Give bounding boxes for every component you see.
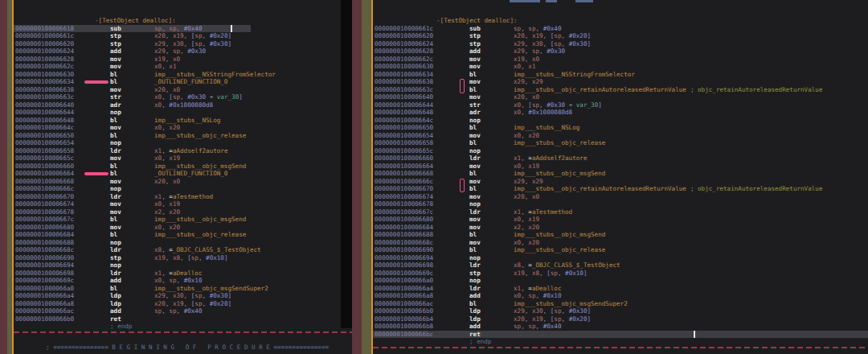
asm-row[interactable]: 00000001000066a4ldrx1, =aDealloc; "deall… bbox=[373, 285, 868, 293]
asm-row[interactable]: 0000000100006634blimp___stubs__NSStringF… bbox=[373, 71, 868, 79]
address: 0000000100006624 bbox=[373, 40, 469, 48]
mnemonic: mov bbox=[469, 56, 514, 64]
asm-row[interactable]: 000000010000666cnop bbox=[14, 185, 352, 193]
asm-row[interactable]: 000000010000662cmovx19, x0 bbox=[373, 56, 868, 64]
asm-row[interactable]: 00000001000066a4ldpx29, x30, [sp, #0x30] bbox=[14, 292, 352, 300]
asm-row[interactable]: 0000000100006658ldrx1, =aAddself2autore bbox=[14, 147, 352, 155]
address: 0000000100006698 bbox=[373, 261, 469, 270]
asm-row[interactable]: 0000000100006630movx0, x1 bbox=[373, 63, 868, 71]
asm-row[interactable]: 00000001000066b8addsp, sp, #0x40 bbox=[373, 323, 868, 331]
asm-row[interactable]: 0000000100006690stpx19, x8, [sp, #0x10] bbox=[14, 254, 352, 262]
asm-row[interactable]: 00000001000066b0ldpx29, x30, [sp, #0x30] bbox=[373, 307, 868, 315]
code-view[interactable]: -[TestObject dealloc]: 0000000100006618s… bbox=[14, 0, 352, 354]
asm-row[interactable]: 000000010000665cmovx0, x19 bbox=[14, 154, 352, 163]
asm-row[interactable]: 0000000100006648blimp___stubs__NSLog bbox=[14, 117, 352, 125]
asm-row[interactable]: 0000000100006638movx29, x29 bbox=[373, 78, 868, 86]
asm-row[interactable]: 00000001000066b4ldpx20, x19, [sp, #0x20] bbox=[373, 315, 868, 323]
asm-row[interactable]: 0000000100006694nop bbox=[14, 261, 352, 270]
asm-row[interactable]: 0000000100006694nop bbox=[373, 254, 868, 262]
asm-row[interactable]: 0000000100006698ldrx1, =aDealloc bbox=[14, 270, 352, 278]
asm-row[interactable]: 0000000100006670blimp___stubs__objc_reta… bbox=[373, 185, 868, 193]
panel-edge bbox=[341, 0, 352, 328]
address: 0000000100006674 bbox=[373, 193, 469, 201]
asm-row[interactable]: 000000010000663cblimp___stubs__objc_reta… bbox=[373, 86, 868, 94]
asm-row[interactable]: 0000000100006684blimp___stubs__objc_rele… bbox=[14, 231, 352, 239]
asm-row[interactable]: 00000001000066a0nop bbox=[373, 277, 868, 285]
endp-label: ; endp bbox=[14, 323, 352, 331]
asm-row[interactable]: 0000000100006654nop bbox=[14, 139, 352, 147]
asm-row[interactable]: 000000010000661cstpx20, x19, [sp, #0x20] bbox=[14, 32, 352, 40]
asm-row[interactable]: 0000000100006650blimp___stubs__objc_rele… bbox=[14, 132, 352, 140]
asm-row[interactable]: 00000001000066acaddsp, sp, #0x40 bbox=[14, 307, 352, 315]
asm-row[interactable]: 0000000100006644strx0, [sp, #0x30 + var_… bbox=[373, 101, 868, 109]
asm-row[interactable]: 00000001000066a0blimp___stubs__objc_msgS… bbox=[14, 285, 352, 293]
asm-row[interactable]: 0000000100006674movx0, x19 bbox=[14, 200, 352, 208]
mnemonic: sub bbox=[110, 25, 154, 33]
asm-row[interactable]: 000000010000668cmovx0, x20 bbox=[373, 239, 868, 247]
asm-row[interactable]: 0000000100006664bl_OUTLINED_FUNCTION_0 bbox=[14, 170, 352, 178]
asm-row[interactable]: 000000010000664cnop bbox=[373, 117, 868, 125]
code-view[interactable]: -[TestObject dealloc]: 000000010000661cs… bbox=[373, 0, 868, 354]
asm-row[interactable]: 0000000100006688nop bbox=[14, 239, 352, 247]
mnemonic: bl bbox=[469, 170, 514, 178]
mnemonic: stp bbox=[110, 40, 154, 48]
asm-row[interactable]: 000000010000667cldrx1, =aTestmethod; "te… bbox=[373, 208, 868, 216]
asm-row[interactable]: 0000000100006698ldrx8, =_OBJC_CLASS_$_Te… bbox=[373, 261, 868, 270]
asm-row[interactable]: 0000000100006654movx0, x20 bbox=[373, 132, 868, 140]
asm-row[interactable]: 000000010000665cnop bbox=[373, 147, 868, 155]
asm-row[interactable]: 0000000100006630blimp___stubs__NSStringF… bbox=[14, 71, 352, 79]
asm-row[interactable]: 0000000100006678movx2, x20 bbox=[14, 208, 352, 216]
asm-row[interactable]: 000000010000664cmovx0, x20 bbox=[14, 124, 352, 132]
asm-row[interactable]: 0000000100006620stpx29, x30, [sp, #0x30] bbox=[14, 40, 352, 48]
address: 0000000100006684 bbox=[373, 224, 469, 232]
asm-row[interactable]: 0000000100006668movx20, x0 bbox=[14, 178, 352, 186]
mnemonic: nop bbox=[110, 185, 154, 193]
asm-row[interactable]: 0000000100006638movx20, x0 bbox=[14, 86, 352, 94]
asm-row[interactable]: 000000010000662cmovx0, x1 bbox=[14, 63, 352, 71]
asm-row[interactable]: 0000000100006678nop bbox=[373, 200, 868, 208]
asm-row[interactable]: 0000000100006644nop bbox=[14, 109, 352, 117]
asm-row[interactable]: 00000001000066b0ret bbox=[14, 315, 352, 323]
asm-row[interactable]: 0000000100006684movx2, x20 bbox=[373, 224, 868, 232]
asm-row[interactable]: 0000000100006640adrx0, #0x1000080d8 bbox=[14, 101, 352, 109]
asm-row[interactable]: 000000010000669caddx0, sp, #0x10 bbox=[14, 277, 352, 285]
asm-row[interactable]: 0000000100006660blimp___stubs__objc_msgS… bbox=[14, 163, 352, 171]
asm-row[interactable]: 000000010000667cblimp___stubs__objc_msgS… bbox=[14, 216, 352, 224]
window-border bbox=[0, 0, 7, 354]
asm-row[interactable]: 0000000100006680movx0, x19 bbox=[373, 216, 868, 224]
asm-row[interactable]: 0000000100006664movx0, x19 bbox=[373, 163, 868, 171]
asm-row[interactable]: 0000000100006668blimp___stubs__objc_msgS… bbox=[373, 170, 868, 178]
address: 0000000100006678 bbox=[14, 208, 110, 216]
asm-row[interactable]: 0000000100006618subsp, sp, #0x40 bbox=[14, 25, 352, 33]
asm-row[interactable]: 0000000100006640movx20, x0 bbox=[373, 93, 868, 101]
asm-row[interactable]: 00000001000066a8ldpx20, x19, [sp, #0x20] bbox=[14, 300, 352, 308]
asm-row[interactable]: 0000000100006670ldrx1, =aTestmethod bbox=[14, 193, 352, 201]
asm-row[interactable]: 000000010000661csubsp, sp, #0x40; Object… bbox=[373, 25, 868, 33]
asm-row[interactable]: 0000000100006688blimp___stubs__objc_msgS… bbox=[373, 231, 868, 239]
asm-row[interactable]: 0000000100006624addx29, sp, #0x30 bbox=[14, 47, 352, 56]
asm-row[interactable]: 0000000100006650blimp___stubs__NSLog; NS… bbox=[373, 124, 868, 132]
asm-row[interactable]: 0000000100006628addx29, sp, #0x30 bbox=[373, 47, 868, 56]
address: 0000000100006640 bbox=[14, 101, 110, 109]
asm-row[interactable]: 00000001000066bcret bbox=[373, 331, 868, 339]
asm-row[interactable]: 0000000100006660ldrx1, =aAddself2autore;… bbox=[373, 154, 868, 163]
asm-row[interactable]: 00000001000066acblimp___stubs__objc_msgS… bbox=[373, 300, 868, 308]
asm-row[interactable]: 0000000100006658blimp___stubs__objc_rele… bbox=[373, 139, 868, 147]
asm-row[interactable]: 0000000100006628movx19, x0 bbox=[14, 56, 352, 64]
asm-row[interactable]: 0000000100006690blimp___stubs__objc_rele… bbox=[373, 246, 868, 254]
asm-row[interactable]: 0000000100006674movx20, x0 bbox=[373, 193, 868, 201]
mnemonic: mov bbox=[469, 132, 514, 140]
asm-row[interactable]: 000000010000663cstrx0, [sp, #0x30 + var_… bbox=[14, 93, 352, 101]
asm-row[interactable]: 0000000100006680movx0, x20 bbox=[14, 224, 352, 232]
asm-row[interactable]: 0000000100006648adrx0, #0x1000080d8; @"%… bbox=[373, 109, 868, 117]
asm-row[interactable]: 000000010000669cstpx19, x8, [sp, #0x10] bbox=[373, 270, 868, 278]
asm-row[interactable]: 0000000100006620stpx20, x19, [sp, #0x20] bbox=[373, 32, 868, 40]
address: 00000001000066a0 bbox=[373, 277, 469, 285]
asm-row[interactable]: 0000000100006634bl_OUTLINED_FUNCTION_0 bbox=[14, 78, 352, 86]
operands: x0, sp, #0x10 bbox=[514, 292, 561, 299]
asm-row[interactable]: 000000010000666cmovx29, x29 bbox=[373, 178, 868, 186]
operands: imp___stubs__NSStringFromSelector bbox=[514, 71, 635, 78]
asm-row[interactable]: 00000001000066a8addx0, sp, #0x10; argume… bbox=[373, 292, 868, 300]
asm-row[interactable]: 000000010000668cldrx8, =_OBJC_CLASS_$_Te… bbox=[14, 246, 352, 254]
asm-row[interactable]: 0000000100006624stpx29, x30, [sp, #0x30] bbox=[373, 40, 868, 48]
